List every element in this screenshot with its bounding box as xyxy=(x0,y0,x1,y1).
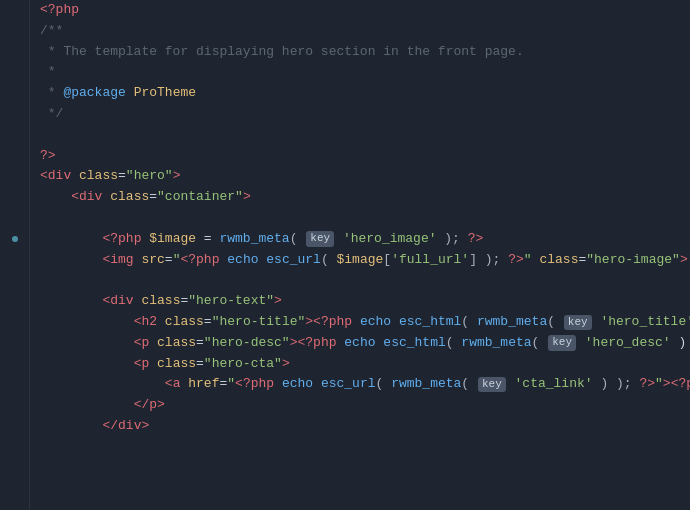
func-rwmb: rwmb_meta xyxy=(219,229,289,250)
key-badge-16: key xyxy=(564,315,592,330)
var-image: $image xyxy=(149,229,196,250)
eq-19: = xyxy=(219,374,227,395)
gutter-line-17 xyxy=(0,333,29,354)
code-line-21: </div> xyxy=(40,416,690,437)
code-line-1: <?php xyxy=(40,0,690,21)
code-line-15: <div class="hero-text"> xyxy=(40,291,690,312)
code-editor: <?php /** * The template for displaying … xyxy=(0,0,690,510)
comment-text: * The template for displaying hero secti… xyxy=(40,42,524,63)
gutter-line-6 xyxy=(0,104,29,125)
indent-17 xyxy=(40,333,134,354)
indent-15 xyxy=(40,291,102,312)
code-line-7 xyxy=(40,125,690,146)
code-line-13: <img src="<?php echo esc_url( $image['fu… xyxy=(40,250,690,271)
comment-package-prefix: * xyxy=(40,83,63,104)
class-attr-13: class xyxy=(539,250,578,271)
bracket-rwmb-19: ( xyxy=(461,374,477,395)
comment-package-tag: @package xyxy=(63,83,125,104)
indent-19 xyxy=(40,374,165,395)
indent-16 xyxy=(40,312,134,333)
php-open-16: <?php xyxy=(313,312,360,333)
gutter-line-4 xyxy=(0,62,29,83)
code-line-4: * xyxy=(40,62,690,83)
eq-18: = xyxy=(196,354,204,375)
esc-html-16: esc_html xyxy=(399,312,461,333)
code-line-10: <div class="container"> xyxy=(40,187,690,208)
eq-17: = xyxy=(196,333,204,354)
class-attr-17: class xyxy=(157,333,196,354)
gutter-line-7 xyxy=(0,125,29,146)
arr-bracket-close: ] xyxy=(469,250,477,271)
href-val-open: " xyxy=(227,374,235,395)
php-echo-open: <?php xyxy=(180,250,227,271)
eq-class-13: = xyxy=(578,250,586,271)
eq-16: = xyxy=(204,312,212,333)
div-hero-text-close: > xyxy=(274,291,282,312)
p-close-20: </p> xyxy=(134,395,165,416)
bracket-rwmb-17: ( xyxy=(532,333,548,354)
code-line-6: */ xyxy=(40,104,690,125)
src-val-open: " xyxy=(173,250,181,271)
bracket-close-19: ) ); xyxy=(593,374,640,395)
class-attr-18: class xyxy=(157,354,196,375)
gutter-line-11 xyxy=(0,208,29,229)
rwmb-17: rwmb_meta xyxy=(461,333,531,354)
php-open-19: <?php xyxy=(235,374,282,395)
key-badge-17: key xyxy=(548,335,576,350)
indent-21 xyxy=(40,416,102,437)
p-cta-close: > xyxy=(282,354,290,375)
class-attr-16: class xyxy=(165,312,204,333)
indent-10 xyxy=(40,187,71,208)
code-line-2: /** xyxy=(40,21,690,42)
esc-bracket: ( xyxy=(321,250,337,271)
code-line-3: * The template for displaying hero secti… xyxy=(40,42,690,63)
comment-open: /** xyxy=(40,21,63,42)
gutter-line-14 xyxy=(0,270,29,291)
php-open-17: <?php xyxy=(298,333,345,354)
indent-18 xyxy=(40,354,134,375)
code-content: <?php /** * The template for displaying … xyxy=(30,0,690,510)
href-val-close: " xyxy=(655,374,663,395)
hero-desc-val: "hero-desc" xyxy=(204,333,290,354)
rwmb-19: rwmb_meta xyxy=(391,374,461,395)
h2-open: <h2 xyxy=(134,312,165,333)
eq-13: = xyxy=(165,250,173,271)
gutter-line-3 xyxy=(0,42,29,63)
p-desc-close: > xyxy=(290,333,298,354)
assign-12: = xyxy=(196,229,219,250)
key-badge-12: key xyxy=(306,231,334,246)
comment-close: */ xyxy=(40,104,63,125)
php-close-13: ?> xyxy=(508,250,524,271)
gutter-line-13 xyxy=(0,250,29,271)
img-tag: <img xyxy=(102,250,141,271)
esc-close: ); xyxy=(477,250,508,271)
html-attr-class: class xyxy=(79,166,118,187)
comment-space xyxy=(126,83,134,104)
bracket-19: ( xyxy=(376,374,392,395)
html-tag-close: > xyxy=(173,166,181,187)
html-attr-container: class xyxy=(110,187,149,208)
breakpoint-dot xyxy=(12,236,18,242)
gutter-line-10 xyxy=(0,187,29,208)
eq-15: = xyxy=(180,291,188,312)
esc-html-17: esc_html xyxy=(383,333,445,354)
esc-url-19: esc_url xyxy=(321,374,376,395)
echo-16: echo xyxy=(360,312,399,333)
indent-20 xyxy=(40,395,134,416)
code-line-12: <?php $image = rwmb_meta( key 'hero_imag… xyxy=(40,229,690,250)
a-close-19: > xyxy=(663,374,671,395)
code-line-11 xyxy=(40,208,690,229)
gutter-line-5 xyxy=(0,83,29,104)
src-attr: src xyxy=(141,250,164,271)
gutter-line-9 xyxy=(0,166,29,187)
gutter-line-18 xyxy=(0,354,29,375)
html-tag-container: <div xyxy=(71,187,110,208)
desc-end: ) xyxy=(671,333,687,354)
hero-text-val: "hero-text" xyxy=(188,291,274,312)
a-open: <a xyxy=(165,374,188,395)
hero-desc-str: 'hero_desc' xyxy=(577,333,671,354)
p-desc-open: <p xyxy=(134,333,157,354)
src-val-close: " xyxy=(524,250,532,271)
code-line-9: <div class="hero"> xyxy=(40,166,690,187)
code-line-16: <h2 class="hero-title"><?php echo esc_ht… xyxy=(40,312,690,333)
